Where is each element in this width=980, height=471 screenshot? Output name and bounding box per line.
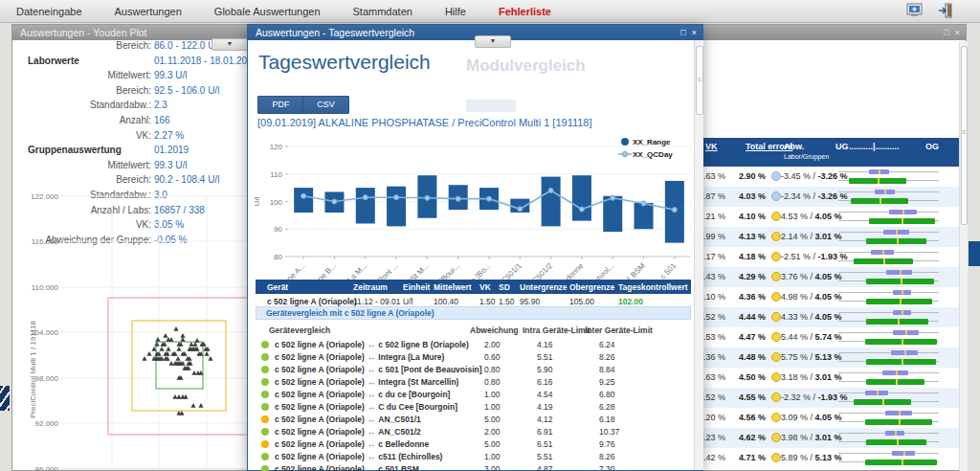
stat-abw: 3.98 % / 3.01 % <box>781 433 833 442</box>
yellow-status-icon <box>771 392 781 402</box>
param-value: 166 <box>154 115 170 125</box>
labor-center-tick <box>899 411 901 415</box>
labor-center-tick <box>879 169 880 174</box>
comparison-row: c 502 ligne A (Oriapole)↔AN_C501/15.004.… <box>256 414 691 426</box>
group-center-tick <box>902 339 903 345</box>
green-status-icon <box>261 341 269 348</box>
restore-icon[interactable]: □ <box>944 29 948 37</box>
scatter-point <box>155 337 160 342</box>
comparison-col-header: Inter Geräte-Limit <box>585 325 653 335</box>
summary-col-untergrenze: Untergrenze <box>520 282 568 292</box>
inter-limit-value: 10.37 <box>599 427 619 437</box>
comparison-col-header: Abweichung <box>470 325 519 335</box>
inter-limit-value: 6.24 <box>599 340 615 349</box>
dialog-collapse-button[interactable]: ▼ <box>475 35 511 48</box>
param-value: 2.3 <box>154 100 167 110</box>
main-menu-bar: Dateneingabe Auswertungen Globale Auswer… <box>0 0 980 23</box>
yellow-status-icon <box>771 413 781 422</box>
close-icon[interactable]: × <box>692 29 697 37</box>
summary-col-obergrenze: Obergrenze <box>569 282 614 292</box>
scale-line <box>838 392 939 393</box>
panel-collapse-button[interactable]: ▼ <box>212 38 248 51</box>
stat-row: 7 %2.63 %4.50 %3.18 % / 3.01 % <box>693 368 961 388</box>
group-statistics-table: SVKTotal errorsAbw.Labor/GruppenUG......… <box>693 138 961 471</box>
menu-dateneingabe[interactable]: Dateneingabe <box>0 6 99 17</box>
ghost-background-heading: Modulvergleich <box>466 56 586 76</box>
comparison-row: c 502 ligne A (Oriapole)↔c 502 ligne B (… <box>256 339 691 351</box>
svg-text:110.000: 110.000 <box>32 283 59 292</box>
pdf-button[interactable]: PDF <box>257 96 304 114</box>
dialog-scrollbar[interactable]: ≡ <box>694 40 703 470</box>
youden-plot: 122.000116.000110.000104.00098.00092.000… <box>26 188 248 471</box>
group-center-tick <box>899 419 901 425</box>
summary-cell: 95.90 <box>520 297 540 306</box>
day-control-value: 102.00 <box>618 297 643 306</box>
comparison-row: c 502 ligne A (Oriapole)↔C du Cee [Bourg… <box>256 401 691 414</box>
qcday-point <box>332 199 337 204</box>
scale-line <box>838 352 939 353</box>
deviation-scale <box>838 309 939 325</box>
menu-fehlerliste[interactable]: Fehlerliste <box>482 6 568 17</box>
menu-globale-auswertungen[interactable]: Globale Auswertungen <box>198 6 337 17</box>
stat-row: 2 %2.20 %4.56 %3.09 % / 4.05 % <box>693 408 961 428</box>
group-center-tick <box>900 299 902 304</box>
scale-line <box>838 312 939 313</box>
svg-text:80: 80 <box>274 253 282 261</box>
csv-button[interactable]: CSV <box>302 96 349 114</box>
intra-limit-value: 4.19 <box>537 402 553 412</box>
param-row: Standardabw.:2.3 <box>12 100 248 114</box>
range-bar <box>572 175 591 220</box>
stat-abw: -2.51 % / -1.93 % <box>781 252 833 261</box>
system-tray-icons <box>906 3 953 18</box>
group-center-tick <box>901 279 902 284</box>
range-bar <box>356 188 375 223</box>
stat-row: 4 %1.99 %4.13 %2.14 % / 3.01 % <box>693 227 961 247</box>
group-center-tick <box>898 319 900 325</box>
scatter-point <box>175 356 180 361</box>
page-title: Tageswertvergleich <box>258 51 431 74</box>
param-row: Anzahl:166 <box>12 115 248 129</box>
menu-hilfe[interactable]: Hilfe <box>429 6 482 17</box>
stat-abw: -2.34 % / -3.26 % <box>781 191 833 201</box>
col-abw: Abw. <box>784 142 804 151</box>
dialog-scrollbar-thumb[interactable]: ≡ <box>696 46 703 115</box>
yellow-status-icon <box>771 453 781 462</box>
restore-icon[interactable]: □ <box>680 29 685 37</box>
group-center-tick <box>897 439 899 445</box>
window-scrollbar-thumb[interactable]: ≡ <box>961 46 968 225</box>
deviation-scale <box>838 269 939 285</box>
svg-text:90: 90 <box>274 225 282 234</box>
range-bar <box>387 187 406 227</box>
device-pair: c 502 ligne A (Oriapole)↔c du ce [Bourgo… <box>275 390 450 399</box>
inter-limit-value: 7.30 <box>599 464 615 471</box>
stat-abw: 3.18 % / 3.01 % <box>781 372 833 382</box>
svg-text:86.000: 86.000 <box>35 465 59 471</box>
svg-text:100: 100 <box>270 198 283 207</box>
param-row: Mittelwert:99.3 U/l <box>12 70 248 84</box>
deviation-scale <box>838 209 939 225</box>
yellow-status-icon <box>771 212 781 221</box>
comparison-row: c 502 ligne A (Oriapole)↔c 501 [Pont de … <box>256 364 691 376</box>
abweichung-value: 0.60 <box>484 352 501 362</box>
menu-auswertungen[interactable]: Auswertungen <box>99 6 198 17</box>
param-row: VK:2.27 % <box>12 130 248 145</box>
range-bar <box>294 188 313 213</box>
qcday-point <box>301 193 306 198</box>
window-scrollbar[interactable]: ≡ <box>959 41 968 471</box>
close-icon[interactable]: × <box>955 29 960 37</box>
yellow-status-icon <box>771 352 781 362</box>
monitor-icon[interactable] <box>906 3 923 17</box>
col-vk[interactable]: VK <box>705 142 718 151</box>
exit-icon[interactable] <box>938 3 953 18</box>
stat-row: 9 %2.17 %4.18 %-2.51 % / -1.93 % <box>693 247 961 267</box>
summary-col-vk: VK <box>479 282 491 292</box>
param-value: 99.3 U/l <box>154 160 187 170</box>
summary-col-zeitraum: Zeitraum <box>353 282 388 292</box>
menu-stammdaten[interactable]: Stammdaten <box>337 6 429 17</box>
inter-limit-value: 8.26 <box>599 452 615 461</box>
abweichung-value: 2.00 <box>484 427 501 437</box>
background-window-edge <box>969 241 980 266</box>
param-value: 99.3 U/l <box>154 70 187 80</box>
labor-center-tick <box>902 290 903 295</box>
svg-text:92.000: 92.000 <box>35 419 59 428</box>
